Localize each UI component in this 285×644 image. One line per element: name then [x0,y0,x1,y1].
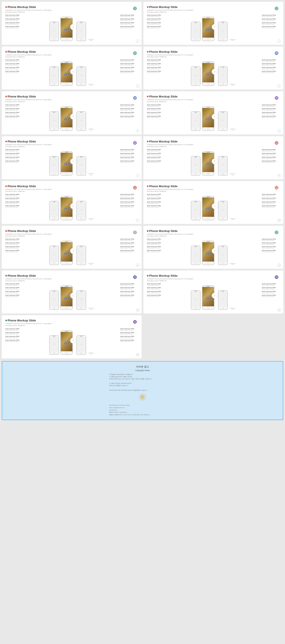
comparison-badge: C VS [212,114,218,120]
phone-right: screen [76,111,86,131]
svg-point-101 [135,278,136,279]
phone-right: screen [76,66,86,86]
slide-header: Phone Mockup Slide Letterpress next leve… [147,184,280,192]
svg-point-68 [135,186,136,186]
slide-title: Phone Mockup Slide [149,229,178,232]
left-list: Synth chartreuse XOXO, bacon brooklyn VH… [147,283,165,297]
slide-subtitle: Letterpress next level trust fund before… [5,144,54,148]
comparison-label-block: COMPARISONXOXO [88,84,94,86]
svg-point-117 [135,323,136,324]
list-item: Synth chartreuse XOXO, bacon brooklyn VH… [120,198,138,200]
slide-number: 9 [136,218,140,222]
svg-point-53 [135,144,136,145]
list-item: Synth chartreuse XOXO, bacon brooklyn VH… [262,59,280,62]
slide-subtitle: Letterpress next level trust fund before… [147,188,196,192]
phone-right: screen [76,290,86,310]
list-item: Synth chartreuse XOXO, bacon brooklyn VH… [147,116,165,118]
list-item: Synth chartreuse XOXO, bacon brooklyn VH… [262,198,280,200]
svg-point-93 [276,234,277,234]
slide-card-9: Phone Mockup Slide Letterpress next leve… [2,181,142,224]
left-list: Synth chartreuse XOXO, bacon brooklyn VH… [5,283,23,297]
brand-logo [132,274,138,280]
list-item: Synth chartreuse XOXO, bacon brooklyn VH… [120,201,138,204]
phone-center: chart C VS [202,196,214,220]
list-item: Synth chartreuse XOXO, bacon brooklyn VH… [147,194,165,196]
comparison-badge: C VS [70,338,76,344]
svg-point-119 [136,322,137,322]
slide-title: Phone Mockup Slide [149,184,178,188]
slide-number: 4 [278,84,281,88]
list-item: Synth chartreuse XOXO, bacon brooklyn VH… [147,291,165,294]
slide-title: Phone Mockup Slide [8,184,36,188]
list-item: Synth chartreuse XOXO, bacon brooklyn VH… [262,160,280,163]
slide-content: Synth chartreuse XOXO, bacon brooklyn VH… [5,59,138,86]
list-item: Synth chartreuse XOXO, bacon brooklyn VH… [120,250,138,252]
svg-point-22 [133,53,134,54]
list-item: Synth chartreuse XOXO, bacon brooklyn VH… [5,70,23,73]
footer-block: 자라면 광고 Copyright Henia 저작권법에 의해 보호받는 저작물… [2,361,283,420]
list-item: Synth chartreuse XOXO, bacon brooklyn VH… [147,153,165,156]
list-item: Synth chartreuse XOXO, bacon brooklyn VH… [147,160,165,163]
slide-content: Synth chartreuse XOXO, bacon brooklyn VH… [5,104,138,131]
brand-logo [132,140,138,146]
phones-area: screen chart [25,59,118,86]
phone-center: chart C VS [202,17,214,41]
slide-content: Synth chartreuse XOXO, bacon brooklyn VH… [5,149,138,176]
list-item: Synth chartreuse XOXO, bacon brooklyn VH… [120,160,138,163]
right-list: Synth chartreuse XOXO, bacon brooklyn VH… [262,238,280,252]
comparison-label-block: COMPARISONXOXO [230,128,236,131]
svg-point-94 [275,232,276,233]
slide-header: Phone Mockup Slide Letterpress next leve… [147,50,280,58]
list-item: Synth chartreuse XOXO, bacon brooklyn VH… [120,108,138,111]
status-dot [5,320,7,321]
svg-point-23 [136,53,137,54]
comparison-label-block: COMPARISONXOXO [88,352,94,354]
brand-logo [132,50,138,56]
list-item: Synth chartreuse XOXO, bacon brooklyn VH… [262,149,280,152]
phone-left: screen [49,246,59,265]
list-item: Synth chartreuse XOXO, bacon brooklyn VH… [120,336,138,338]
comparison-label-block: COMPARISONXOXO [88,173,94,176]
brand-logo [132,95,138,101]
comparison-label-block: COMPARISONXOXO [88,308,94,310]
slide-header: Phone Mockup Slide Letterpress next leve… [5,140,138,148]
list-item: Synth chartreuse XOXO, bacon brooklyn VH… [120,112,138,114]
phone-center: chart C VS [60,241,73,265]
slide-header: Phone Mockup Slide Letterpress next leve… [147,5,280,13]
slide-title: Phone Mockup Slide [8,319,36,322]
svg-point-62 [275,142,276,143]
phones-area: screen chart [25,238,118,265]
svg-point-13 [276,10,277,10]
comparison-label-block: COMPARISONXOXO [88,263,94,265]
phone-left: screen [49,290,59,310]
phone-right: screen [76,335,86,355]
slide-subtitle: Letterpress next level trust fund before… [5,322,54,326]
slide-number: 2 [278,40,281,43]
left-list: Synth chartreuse XOXO, bacon brooklyn VH… [147,14,165,28]
list-item: Synth chartreuse XOXO, bacon brooklyn VH… [262,63,280,66]
phones-area: screen chart [166,238,260,265]
list-item: Synth chartreuse XOXO, bacon brooklyn VH… [5,328,23,331]
list-item: Synth chartreuse XOXO, bacon brooklyn VH… [5,160,23,163]
list-item: Synth chartreuse XOXO, bacon brooklyn VH… [5,156,23,159]
comparison-badge: C VS [70,114,76,120]
right-list: Synth chartreuse XOXO, bacon brooklyn VH… [120,104,138,118]
slide-title: Phone Mockup Slide [8,140,36,143]
brand-logo [274,5,280,12]
list-item: Synth chartreuse XOXO, bacon brooklyn VH… [120,14,138,17]
slide-card-4: Phone Mockup Slide Letterpress next leve… [144,46,283,90]
slide-card-3: Phone Mockup Slide Letterpress next leve… [2,46,142,90]
right-list: Synth chartreuse XOXO, bacon brooklyn VH… [120,283,138,297]
status-dot [147,6,148,8]
phone-left: screen [49,201,59,220]
list-item: Synth chartreuse XOXO, bacon brooklyn VH… [147,287,165,290]
comparison-label-block: COMPARISONXOXO [230,39,236,41]
list-item: Synth chartreuse XOXO, bacon brooklyn VH… [5,332,23,334]
slide-card-10: Phone Mockup Slide Letterpress next leve… [144,181,283,224]
list-item: Synth chartreuse XOXO, bacon brooklyn VH… [147,18,165,21]
list-item: Synth chartreuse XOXO, bacon brooklyn VH… [5,63,23,66]
comparison-badge: C VS [70,293,76,298]
slide-title-block: Phone Mockup Slide Letterpress next leve… [5,274,54,282]
comparison-label-block: COMPARISONXOXO [88,218,94,220]
phone-left: screen [49,22,59,41]
